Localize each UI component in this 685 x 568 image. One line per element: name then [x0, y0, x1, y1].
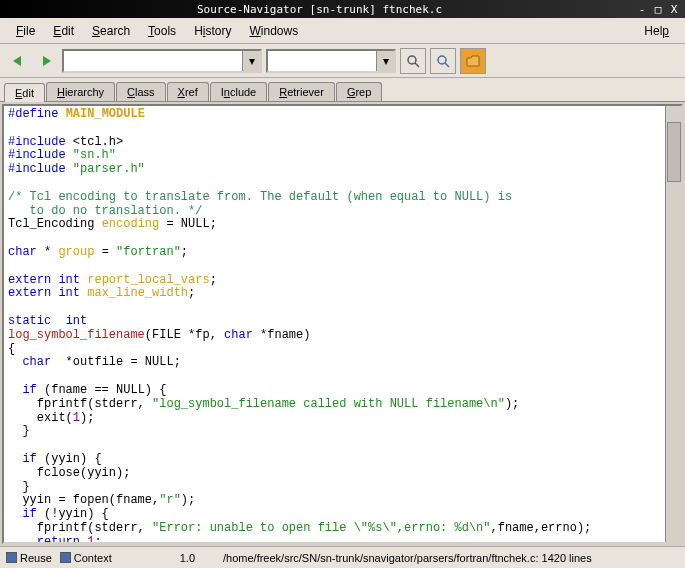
- svg-point-0: [408, 56, 416, 64]
- context-checkbox[interactable]: Context: [60, 552, 112, 564]
- forward-button[interactable]: [34, 49, 58, 73]
- tab-xref[interactable]: Xref: [167, 82, 209, 101]
- chevron-down-icon[interactable]: ▾: [242, 51, 260, 71]
- tab-grep[interactable]: Grep: [336, 82, 382, 101]
- tab-retriever[interactable]: Retriever: [268, 82, 335, 101]
- minimize-button[interactable]: -: [635, 3, 649, 16]
- tabbar: Edit Hierarchy Class Xref Include Retrie…: [0, 78, 685, 102]
- tab-hierarchy[interactable]: Hierarchy: [46, 82, 115, 101]
- checkbox-icon: [60, 552, 71, 563]
- folder-button[interactable]: [460, 48, 486, 74]
- status-path: /home/freek/src/SN/sn-trunk/snavigator/p…: [203, 552, 679, 564]
- toolbar: ▾ ▾: [0, 44, 685, 78]
- search-button[interactable]: [430, 48, 456, 74]
- checkbox-icon: [6, 552, 17, 563]
- menu-help[interactable]: Help: [636, 21, 677, 41]
- chevron-down-icon[interactable]: ▾: [376, 51, 394, 71]
- status-ratio: 1.0: [180, 552, 195, 564]
- menubar: File Edit Search Tools History Windows H…: [0, 18, 685, 44]
- find-button[interactable]: [400, 48, 426, 74]
- tab-class[interactable]: Class: [116, 82, 166, 101]
- search-doc-icon: [405, 53, 421, 69]
- menu-file[interactable]: File: [8, 21, 43, 41]
- symbol-combo[interactable]: ▾: [62, 49, 262, 73]
- menu-tools[interactable]: Tools: [140, 21, 184, 41]
- search-icon: [435, 53, 451, 69]
- folder-icon: [465, 53, 481, 69]
- menu-history[interactable]: History: [186, 21, 239, 41]
- maximize-button[interactable]: □: [651, 3, 665, 16]
- editor-pane: #define MAIN_MODULE #include <tcl.h> #in…: [2, 104, 683, 544]
- menu-search[interactable]: Search: [84, 21, 138, 41]
- svg-point-2: [438, 56, 446, 64]
- svg-line-3: [445, 63, 449, 67]
- forward-arrow-icon: [37, 52, 55, 70]
- svg-line-1: [415, 63, 419, 67]
- close-button[interactable]: X: [667, 3, 681, 16]
- tab-include[interactable]: Include: [210, 82, 267, 101]
- reuse-checkbox[interactable]: Reuse: [6, 552, 52, 564]
- menu-edit[interactable]: Edit: [45, 21, 82, 41]
- statusbar: Reuse Context 1.0 /home/freek/src/SN/sn-…: [0, 546, 685, 568]
- scroll-thumb[interactable]: [667, 122, 681, 182]
- code-editor[interactable]: #define MAIN_MODULE #include <tcl.h> #in…: [4, 106, 681, 544]
- back-button[interactable]: [6, 49, 30, 73]
- back-arrow-icon: [9, 52, 27, 70]
- menu-windows[interactable]: Windows: [241, 21, 306, 41]
- tab-edit[interactable]: Edit: [4, 83, 45, 102]
- window-controls: - □ X: [635, 3, 681, 16]
- vertical-scrollbar[interactable]: [665, 106, 681, 542]
- window-title: Source-Navigator [sn-trunk] ftnchek.c: [4, 3, 635, 16]
- titlebar: Source-Navigator [sn-trunk] ftnchek.c - …: [0, 0, 685, 18]
- filter-combo[interactable]: ▾: [266, 49, 396, 73]
